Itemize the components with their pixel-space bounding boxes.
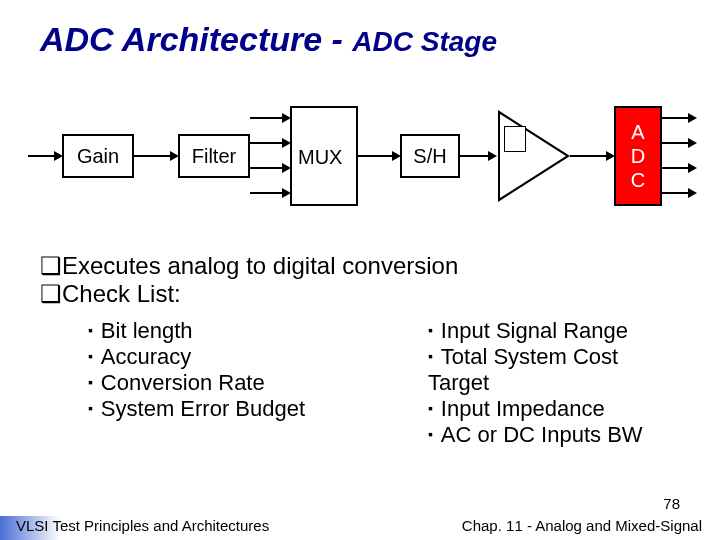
mux-label: MUX [298,146,342,169]
adc-block: A D C [614,106,662,206]
footer-right: Chap. 11 - Analog and Mixed-Signal [462,517,702,534]
wire [250,192,286,194]
wire [250,117,286,119]
gain-block: Gain [62,134,134,178]
sample-hold-block: S/H [400,134,460,178]
wire [134,155,174,157]
list-item: Input Impedance [428,396,680,422]
wire [358,155,396,157]
filter-block: Filter [178,134,250,178]
list-item: Total System Cost Target [428,344,680,396]
list-item: Bit length [88,318,388,344]
list-item: AC or DC Inputs BW [428,422,680,448]
arrow-icon [688,113,697,123]
adc-letter: C [631,168,645,192]
arrow-icon [688,163,697,173]
arrow-icon [488,151,497,161]
page-title: ADC Architecture - ADC Stage [0,0,720,59]
bullet-executes: ❑Executes analog to digital conversion [40,252,680,280]
footer: VLSI Test Principles and Architectures C… [0,517,720,534]
opamp-input-box [504,126,526,152]
signal-chain-diagram: Gain Filter MUX S/H A D C [0,94,720,234]
wire [250,142,286,144]
checklist-col-2: Input Signal Range Total System Cost Tar… [428,318,680,448]
page-number: 78 [663,495,680,512]
footer-left: VLSI Test Principles and Architectures [16,517,269,534]
body-text: ❑Executes analog to digital conversion ❑… [0,234,720,448]
title-sub: ADC Stage [352,26,497,57]
list-item: System Error Budget [88,396,388,422]
adc-letter: A [631,120,644,144]
arrow-icon [688,188,697,198]
bullet-checklist: ❑Check List: [40,280,680,308]
list-item: Input Signal Range [428,318,680,344]
arrow-icon [688,138,697,148]
title-main: ADC Architecture - [40,20,352,58]
wire [250,167,286,169]
wire [570,155,610,157]
adc-letter: D [631,144,645,168]
list-item: Conversion Rate [88,370,388,396]
list-item: Accuracy [88,344,388,370]
checklist-col-1: Bit length Accuracy Conversion Rate Syst… [88,318,388,448]
